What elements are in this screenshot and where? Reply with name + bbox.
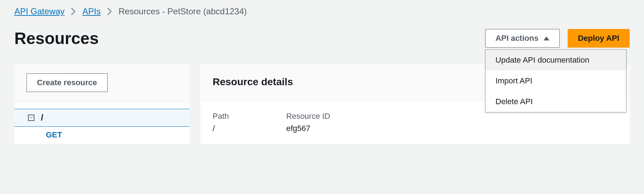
breadcrumb-current: Resources - PetStore (abcd1234) xyxy=(119,6,247,16)
menu-delete-api[interactable]: Delete API xyxy=(486,91,626,112)
resource-tree: − / GET xyxy=(14,102,190,143)
header-actions: API actions Update API documentation Imp… xyxy=(485,29,630,48)
tree-root-path: / xyxy=(41,113,43,123)
caret-up-icon xyxy=(544,37,549,40)
resource-tree-panel: Create resource − / GET xyxy=(14,63,190,144)
resource-id-label: Resource ID xyxy=(286,112,330,121)
path-value: / xyxy=(213,124,229,133)
tree-root-row[interactable]: − / xyxy=(14,109,190,127)
field-path: Path / xyxy=(213,112,229,133)
chevron-right-icon xyxy=(71,8,76,15)
field-resource-id: Resource ID efg567 xyxy=(286,112,330,133)
resource-id-value: efg567 xyxy=(286,124,330,133)
menu-update-api-documentation[interactable]: Update API documentation xyxy=(486,50,626,71)
create-resource-button[interactable]: Create resource xyxy=(27,73,108,92)
path-label: Path xyxy=(213,112,229,121)
api-actions-label: API actions xyxy=(496,34,539,43)
page-title: Resources xyxy=(14,29,99,48)
breadcrumb-apis[interactable]: APIs xyxy=(82,6,101,16)
resource-details-title: Resource details xyxy=(213,76,293,88)
deploy-api-button[interactable]: Deploy API xyxy=(568,29,630,48)
api-actions-menu: Update API documentation Import API Dele… xyxy=(485,49,626,112)
chevron-right-icon xyxy=(107,8,112,15)
menu-import-api[interactable]: Import API xyxy=(486,71,626,91)
breadcrumb: API Gateway APIs Resources - PetStore (a… xyxy=(14,6,630,16)
api-actions-button[interactable]: API actions xyxy=(485,29,560,48)
tree-method-get[interactable]: GET xyxy=(14,127,190,143)
breadcrumb-api-gateway[interactable]: API Gateway xyxy=(14,6,65,16)
collapse-icon[interactable]: − xyxy=(28,115,34,121)
